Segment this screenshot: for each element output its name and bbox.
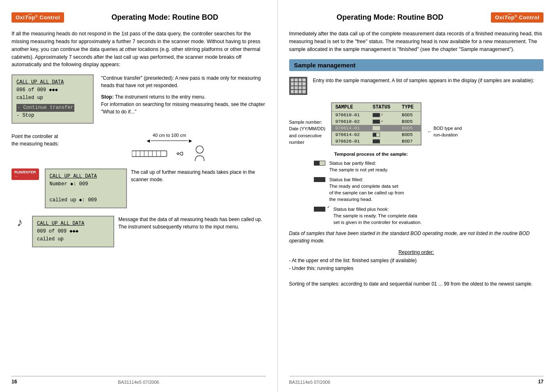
temporal-label: Temporal process of the sample:	[334, 152, 425, 157]
run-enter-button[interactable]: RUN/ENTER←	[12, 168, 39, 180]
music-note-icon: ♪	[12, 216, 28, 229]
right-page: Operating Mode: Routine BOD OxiTop® Cont…	[278, 0, 555, 392]
right-page-number: 17	[538, 379, 543, 385]
run-lcd2-section: RUN/ENTER← CALL UP ALL DATA Number ◆: 00…	[12, 168, 266, 208]
grid-cell	[299, 86, 302, 90]
grid-icon	[289, 77, 307, 95]
lcd2-box: CALL UP ALL DATA Number ◆: 009 called up…	[45, 168, 127, 208]
scanner-device-icon	[132, 148, 169, 160]
sample-id: 970626-01	[332, 138, 369, 145]
lcd1-section: CALL UP ALL DATA 006 of 009 ◆◆◆ called u…	[12, 74, 266, 124]
sample-intro: Entry into the sample management. A list…	[289, 77, 544, 95]
grid-cell	[291, 82, 294, 85]
lcd3-text: Message that the data of all measuring h…	[118, 216, 266, 231]
left-page-number: 16	[12, 379, 17, 385]
checkmark-icon: ✓	[381, 113, 383, 117]
legend-bar-half	[314, 161, 325, 166]
lcd3-line3: called up	[37, 235, 109, 243]
distance-label: 40 cm to 100 cm	[153, 133, 186, 138]
bod-annotation: ← BOD type andrun-duration	[427, 102, 462, 138]
col-sample: SAMPLE	[332, 103, 369, 112]
arrow-line	[151, 141, 188, 141]
scanner-section: Point the controller at the measuring he…	[12, 133, 266, 162]
sample-id: 970614-01	[332, 125, 369, 131]
right-header: Operating Mode: Routine BOD OxiTop® Cont…	[289, 12, 544, 23]
lcd1-line5: - Continue transfer	[16, 104, 89, 112]
lcd1-display: CALL UP ALL DATA 006 of 009 ◆◆◆ called u…	[12, 74, 94, 124]
table-row: 970610-01 ✓ BOD5	[332, 111, 421, 118]
status-cell	[369, 138, 398, 145]
lcd1-text: "Continue transfer" (preselected): A new…	[101, 74, 266, 115]
lcd3-box: CALL UP ALL DATA 009 of 009 ◆◆◆ called u…	[32, 216, 114, 248]
col-status: STATUS	[369, 103, 398, 112]
grid-cell	[302, 78, 306, 82]
legend-text-full-check: Status bar filled plus hook:The sample i…	[334, 206, 422, 226]
temporal-area: Temporal process of the sample:	[334, 152, 544, 157]
italic-note: Data of samples that have been started i…	[289, 230, 544, 244]
lcd2-line4: called up ◆: 009	[50, 196, 122, 204]
reporting-item-2: - Under this: running samples	[289, 265, 544, 272]
type-cell: BOD5	[398, 131, 421, 138]
sample-intro-text: Entry into the sample management. A list…	[313, 77, 534, 84]
lcd1-box: CALL UP ALL DATA 006 of 009 ◆◆◆ called u…	[12, 74, 94, 124]
type-cell: BOD7	[398, 138, 421, 145]
right-header-title: Operating Mode: Routine BOD	[289, 13, 491, 22]
left-arrow-icon: ←	[427, 128, 432, 135]
lcd3-line1: CALL UP ALL DATA	[37, 221, 84, 226]
reporting-item-1: - At the upper end of the list: finished…	[289, 257, 544, 265]
status-legend: Status bar partly filled:The sample is n…	[314, 160, 544, 226]
lcd1-line3: called up	[16, 94, 89, 102]
run-button-side: RUN/ENTER←	[12, 168, 41, 180]
reporting-order-title: Reporting order:	[289, 249, 544, 256]
person-icon	[193, 145, 207, 162]
sound-waves-icon	[175, 148, 187, 160]
lcd2-display: CALL UP ALL DATA Number ◆: 009 called up…	[45, 168, 127, 208]
reporting-order: Reporting order: - At the upper end of t…	[289, 249, 544, 288]
sample-table-area: Sample number:Date (YY/MM/DD)and consecu…	[289, 102, 544, 146]
grid-cell	[291, 86, 294, 90]
sample-id: 970614-02	[332, 131, 369, 138]
left-footer: BA31114e5 07/2006	[118, 380, 159, 385]
legend-bar-full-check-wrap: ✓	[314, 206, 325, 212]
grid-cell	[295, 86, 298, 90]
lcd2-line1: CALL UP ALL DATA	[50, 173, 97, 179]
status-cell	[369, 125, 398, 131]
left-logo: OxiTop® Control	[12, 12, 64, 23]
sample-section-header: Sample management	[289, 59, 544, 71]
arrow-right-icon: ►	[188, 138, 193, 144]
checkmark-icon: ✓	[381, 119, 383, 124]
grid-cell	[299, 90, 302, 93]
lcd1-line1: CALL UP ALL DATA	[16, 79, 64, 85]
lcd3-line2: 009 of 009 ◆◆◆	[37, 228, 109, 235]
sorting-note: Sorting of the samples: according to dat…	[289, 280, 544, 288]
music-lcd3-section: ♪ CALL UP ALL DATA 009 of 009 ◆◆◆ called…	[12, 216, 266, 248]
left-header-title: Operating Mode: Routine BOD	[64, 13, 265, 22]
lcd1-note1: "Continue transfer" (preselected): A new…	[101, 74, 266, 89]
table-row: 970626-01 BOD7	[332, 138, 421, 145]
bod-label: BOD type andrun-duration	[433, 125, 462, 138]
left-page: OxiTop® Control Operating Mode: Routine …	[0, 0, 278, 392]
svg-point-8	[196, 146, 203, 153]
status-bar-full	[373, 139, 380, 143]
status-cell	[369, 131, 398, 138]
sample-number-label: Sample number:Date (YY/MM/DD)and consecu…	[289, 102, 326, 146]
left-header: OxiTop® Control Operating Mode: Routine …	[12, 12, 266, 23]
legend-bar-full-check	[314, 207, 325, 212]
grid-cell	[302, 86, 306, 90]
status-bar-full-check	[373, 113, 380, 117]
grid-cell	[295, 90, 298, 93]
legend-checkmark-icon: ✓	[327, 205, 330, 209]
legend-text-full: Status bar filled:The ready and complete…	[329, 176, 404, 203]
arrow-left-icon: ◄	[145, 138, 151, 144]
table-row-highlighted: 970614-01 BOD5	[332, 125, 421, 131]
status-cell: ✓	[369, 111, 398, 118]
lcd2-line2: Number ◆: 009	[50, 180, 122, 188]
status-bar-half	[373, 133, 380, 137]
type-cell: BOD5	[398, 111, 421, 118]
grid-cell	[299, 82, 302, 85]
page-spread: OxiTop® Control Operating Mode: Routine …	[0, 0, 555, 392]
scanner-visual-area: 40 cm to 100 cm ◄ ►	[73, 133, 266, 162]
sample-id: 970610-02	[332, 118, 369, 125]
grid-cell	[302, 90, 306, 93]
legend-item-half: Status bar partly filled:The sample is n…	[314, 160, 544, 173]
